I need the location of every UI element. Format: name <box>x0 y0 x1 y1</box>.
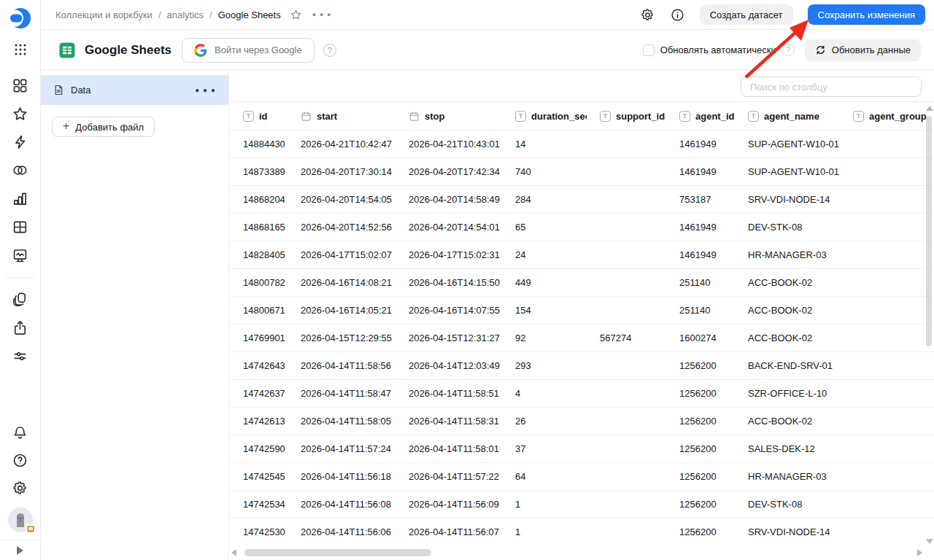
cell-stop: 2026-04-14T12:03:49 <box>395 360 502 371</box>
horizontal-scrollbar[interactable] <box>231 548 922 557</box>
table-row[interactable]: 148006712026-04-16T14:05:212026-04-16T14… <box>230 296 934 324</box>
table-row[interactable]: 147425902026-04-14T11:57:242026-04-14T11… <box>230 435 934 462</box>
table-row[interactable]: 148844302026-04-21T10:42:472026-04-21T10… <box>230 130 934 158</box>
table-row[interactable]: 147426372026-04-14T11:58:472026-04-14T11… <box>230 379 934 407</box>
breadcrumb-item[interactable]: Google Sheets <box>218 9 281 20</box>
column-header-stop[interactable]: stop <box>395 111 502 122</box>
text-type-icon: T <box>600 111 611 122</box>
add-file-button[interactable]: + Добавить файл <box>52 117 155 137</box>
left-rail <box>0 0 41 560</box>
vertical-scrollbar[interactable] <box>925 106 933 544</box>
text-type-icon: T <box>679 111 690 122</box>
refresh-icon <box>815 44 826 55</box>
cell-start: 2026-04-16T14:05:21 <box>287 305 395 316</box>
create-dataset-button[interactable]: Создать датасет <box>700 4 793 25</box>
notifications-bell-icon[interactable] <box>12 424 28 441</box>
horizontal-scroll-thumb[interactable] <box>244 549 431 556</box>
table-row[interactable]: 148733892026-04-20T17:30:142026-04-20T17… <box>230 158 934 185</box>
refresh-data-button[interactable]: Обновить данные <box>805 39 921 61</box>
cell-agent_name: HR-MANAGER-03 <box>735 249 840 260</box>
cell-duration_sec: 37 <box>502 443 587 454</box>
column-header-agent_group[interactable]: Tagent_group <box>840 111 928 122</box>
column-header-agent_id[interactable]: Tagent_id <box>666 111 735 122</box>
file-more-icon[interactable]: ● ● ● <box>195 87 217 94</box>
cell-stop: 2026-04-14T11:58:01 <box>395 443 502 454</box>
apps-grid-icon[interactable] <box>13 42 28 57</box>
top-bar: Коллекции и воркбуки/analytics/Google Sh… <box>41 0 934 30</box>
workbooks-layers-icon[interactable] <box>12 291 28 308</box>
scroll-right-arrow[interactable] <box>917 549 922 556</box>
scroll-left-arrow[interactable] <box>231 549 236 556</box>
column-header-agent_name[interactable]: Tagent_name <box>735 111 840 122</box>
vertical-scroll-thumb[interactable] <box>926 116 932 346</box>
services-sliders-icon[interactable] <box>12 348 28 365</box>
connector-help-icon[interactable]: ? <box>323 44 336 57</box>
table-row[interactable]: 148007822026-04-16T14:08:212026-04-16T14… <box>230 268 934 296</box>
table-row[interactable]: 147426432026-04-14T11:58:562026-04-14T12… <box>230 351 934 379</box>
table-row[interactable]: 147699012026-04-15T12:29:552026-04-15T12… <box>230 324 934 351</box>
table-row[interactable]: 147425342026-04-14T11:56:082026-04-14T11… <box>230 490 934 518</box>
breadcrumb-item[interactable]: analytics <box>167 9 204 20</box>
cell-agent_name: SALES-DEK-12 <box>735 443 840 454</box>
column-header-duration_sec[interactable]: Tduration_sec <box>502 111 587 122</box>
quick-lightning-icon[interactable] <box>12 134 28 150</box>
rail-footer-icons <box>8 424 33 532</box>
auto-update-label[interactable]: Обновлять автоматически <box>660 44 776 55</box>
favorite-star-icon[interactable] <box>290 9 302 21</box>
table-row[interactable]: 148284052026-04-17T15:02:072026-04-17T15… <box>230 241 934 268</box>
info-circle-icon[interactable] <box>670 7 685 23</box>
user-avatar[interactable] <box>8 508 33 532</box>
breadcrumb-more-icon[interactable]: ● ● ● <box>312 12 333 18</box>
cell-id: 14742534 <box>230 499 287 510</box>
cell-duration_sec: 1 <box>502 526 587 537</box>
cell-agent_name: ACC-BOOK-02 <box>735 277 840 288</box>
column-header-start[interactable]: start <box>287 111 395 122</box>
auto-update-help-icon[interactable]: ? <box>782 44 795 56</box>
cell-duration_sec: 64 <box>502 471 587 482</box>
settings-gear-icon[interactable] <box>12 480 28 497</box>
cell-id: 14742590 <box>230 443 287 454</box>
table-row[interactable]: 148681652026-04-20T14:52:562026-04-20T14… <box>230 213 934 241</box>
scroll-down-arrow[interactable] <box>926 539 933 544</box>
table-row[interactable]: 147426132026-04-14T11:58:052026-04-14T11… <box>230 407 934 435</box>
cell-stop: 2026-04-20T14:58:49 <box>395 194 502 205</box>
cell-stop: 2026-04-14T11:58:31 <box>395 416 502 427</box>
calendar-icon <box>409 111 420 122</box>
export-share-icon[interactable] <box>12 319 28 336</box>
scroll-up-arrow[interactable] <box>926 106 933 111</box>
file-name: Data <box>71 85 90 96</box>
table-row[interactable]: 148682042026-04-20T14:54:052026-04-20T14… <box>230 185 934 213</box>
google-signin-label: Войти через Google <box>215 44 302 55</box>
save-changes-button[interactable]: Сохранить изменения <box>808 4 926 25</box>
calendar-icon <box>301 111 312 122</box>
cell-stop: 2026-04-20T14:54:01 <box>395 222 502 233</box>
file-item-data[interactable]: Data ● ● ● <box>41 75 228 105</box>
column-header-id[interactable]: Tid <box>230 111 287 122</box>
table-row[interactable]: 147425302026-04-14T11:56:062026-04-14T11… <box>230 518 934 545</box>
rail-collapse-bar[interactable] <box>0 540 41 560</box>
cell-agent_name: SUP-AGENT-W10-01 <box>735 166 840 177</box>
favorites-star-icon[interactable] <box>12 106 28 122</box>
dashboards-monitor-icon[interactable] <box>12 247 28 264</box>
collections-grid-icon[interactable] <box>12 77 28 94</box>
datasets-table-icon[interactable] <box>12 219 28 236</box>
cell-agent_id: 251140 <box>666 305 735 316</box>
connections-circles-icon[interactable] <box>12 162 28 179</box>
auto-update-checkbox[interactable] <box>643 44 655 56</box>
cell-agent_id: 1256200 <box>666 499 735 510</box>
charts-bars-icon[interactable] <box>12 190 28 207</box>
datalens-logo[interactable] <box>8 6 33 31</box>
text-type-icon: T <box>515 111 526 122</box>
cell-agent_name: BACK-END-SRV-01 <box>735 360 840 371</box>
gear-icon[interactable] <box>640 7 655 23</box>
column-label: agent_group <box>869 111 927 122</box>
cell-agent_id: 1256200 <box>666 388 735 399</box>
help-circle-icon[interactable] <box>12 452 28 469</box>
column-search-input[interactable] <box>741 77 922 97</box>
column-header-support_id[interactable]: Tsupport_id <box>587 111 666 122</box>
breadcrumb-item[interactable]: Коллекции и воркбуки <box>55 9 153 20</box>
google-signin-button[interactable]: Войти через Google <box>182 38 314 63</box>
column-label: agent_name <box>764 111 819 122</box>
add-file-label: Добавить файл <box>75 122 144 133</box>
table-row[interactable]: 147425452026-04-14T11:56:182026-04-14T11… <box>230 462 934 490</box>
